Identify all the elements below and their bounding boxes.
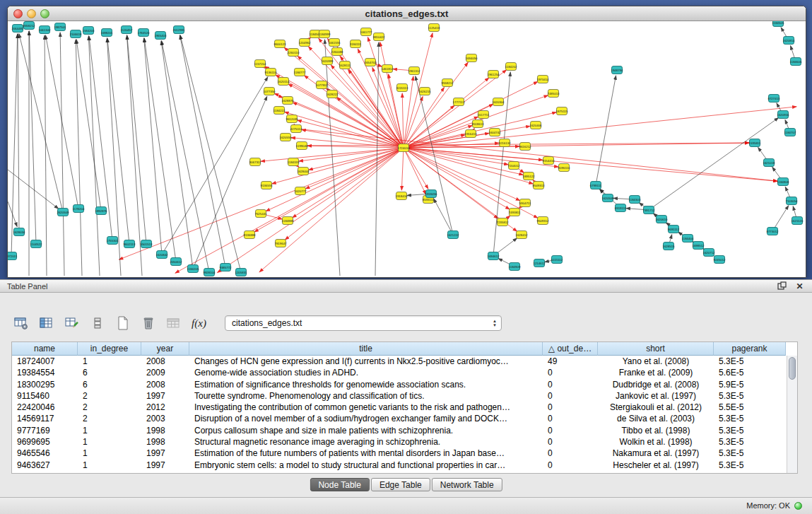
graph-node[interactable]: 1184111: [350, 40, 362, 48]
graph-node[interactable]: 7485013: [547, 90, 560, 98]
graph-node[interactable]: 1184777: [294, 69, 306, 76]
graph-edge[interactable]: [307, 146, 404, 148]
graph-node[interactable]: 2012981: [172, 26, 185, 34]
graph-node[interactable]: 8096110: [558, 164, 570, 172]
graph-node[interactable]: 5221112: [551, 256, 563, 264]
graph-edge[interactable]: [76, 40, 101, 211]
graph-edge[interactable]: [180, 35, 241, 272]
close-button[interactable]: [13, 9, 23, 18]
table-row[interactable]: 977716911998Corpus callosum shape and si…: [12, 425, 797, 436]
graph-node[interactable]: 1061777: [360, 28, 372, 36]
graph-node[interactable]: 1620304: [492, 98, 505, 106]
graph-edge[interactable]: [331, 65, 404, 148]
graph-node[interactable]: 1184333: [288, 158, 300, 166]
graph-node[interactable]: 1918410: [395, 192, 408, 200]
graph-edge[interactable]: [404, 148, 510, 209]
graph-node[interactable]: 1626215: [418, 88, 431, 95]
graph-node[interactable]: 3216132: [498, 139, 511, 147]
graph-node[interactable]: 1620712: [702, 249, 715, 257]
graph-node[interactable]: 1620999: [321, 57, 334, 65]
graph-node[interactable]: 2260088: [331, 48, 343, 56]
graph-edge[interactable]: [45, 35, 78, 209]
graph-node[interactable]: 3810422: [372, 33, 385, 41]
minimize-button[interactable]: [27, 9, 36, 18]
graph-edge[interactable]: [19, 34, 63, 212]
graph-node[interactable]: 1973414: [536, 76, 549, 83]
graph-node[interactable]: 1184303: [629, 196, 641, 204]
graph-edge[interactable]: [276, 75, 404, 148]
graph-node[interactable]: 9602113: [124, 240, 136, 248]
graph-node[interactable]: 2260110: [288, 49, 300, 57]
graph-edge[interactable]: [127, 35, 142, 276]
graph-node[interactable]: 1698512: [692, 242, 705, 250]
graph-node[interactable]: 7235812: [496, 218, 509, 226]
graph-node[interactable]: 1077350: [263, 88, 276, 95]
graph-node[interactable]: 1178204: [73, 205, 85, 213]
graph-edge[interactable]: [404, 107, 796, 148]
graph-node[interactable]: 1784520: [137, 29, 150, 37]
graph-node[interactable]: 1184202: [505, 63, 517, 71]
graph-node[interactable]: 1961312: [408, 67, 420, 75]
graph-node[interactable]: 1620610: [655, 216, 668, 223]
graph-node[interactable]: 1621120: [792, 217, 804, 225]
network-window-titlebar[interactable]: citations_edges.txt: [8, 6, 806, 21]
graph-node[interactable]: 1628870: [281, 97, 294, 105]
zoom-button[interactable]: [40, 9, 49, 18]
graph-node[interactable]: 1184999: [319, 30, 331, 38]
table-row[interactable]: 2242004622012Investigating the contribut…: [12, 402, 797, 413]
graph-edge[interactable]: [404, 148, 428, 189]
delete-table-icon[interactable]: [139, 315, 158, 332]
graph-node[interactable]: 9928104: [203, 269, 216, 276]
table-mode-icon[interactable]: [11, 315, 30, 332]
graph-node[interactable]: 1184909: [509, 263, 521, 271]
graph-node[interactable]: 1698201: [100, 29, 113, 37]
graph-node[interactable]: 9154410: [542, 157, 555, 165]
graph-node[interactable]: 9691112: [668, 226, 680, 233]
table-scrollbar-thumb[interactable]: [789, 357, 796, 380]
column-header-in_degree[interactable]: in_degree: [78, 342, 141, 356]
graph-edge[interactable]: [404, 148, 426, 194]
create-table-icon[interactable]: [113, 315, 132, 332]
row-height-icon[interactable]: [88, 315, 107, 332]
graph-node[interactable]: 1620508: [601, 194, 614, 202]
graph-node[interactable]: 1199046: [296, 142, 308, 150]
graph-node[interactable]: 1694050: [465, 54, 478, 62]
graph-node[interactable]: 9972011: [8, 252, 18, 260]
graph-node[interactable]: 3220113: [396, 84, 408, 92]
graph-node[interactable]: 1875115: [556, 107, 568, 115]
graph-edge[interactable]: [380, 42, 404, 148]
graph-node[interactable]: 1895122: [522, 173, 535, 180]
graph-edge[interactable]: [375, 42, 379, 276]
graph-node[interactable]: 8600123: [273, 40, 286, 48]
graph-node[interactable]: 1204962: [298, 39, 311, 47]
graph-edge[interactable]: [161, 41, 193, 269]
graph-edge[interactable]: [162, 41, 209, 272]
graph-node[interactable]: 1620406: [529, 122, 542, 129]
graph-node[interactable]: 1694612: [487, 252, 500, 260]
graph-node[interactable]: 7204012: [507, 162, 520, 170]
graph-node[interactable]: 2050612: [170, 258, 182, 266]
graph-node[interactable]: 1654702: [364, 59, 377, 66]
function-builder-icon[interactable]: f(x): [189, 315, 208, 332]
graph-node[interactable]: 1061555: [328, 39, 341, 47]
show-column-icon[interactable]: [37, 315, 56, 332]
graph-node[interactable]: 1965403: [154, 32, 167, 40]
graph-node[interactable]: 1628034: [13, 228, 25, 236]
graph-edge[interactable]: [293, 103, 404, 148]
graph-node[interactable]: 3067311: [249, 158, 261, 166]
table-row[interactable]: 1830029562008Estimation of significance …: [12, 379, 797, 390]
graph-node[interactable]: 1620114: [278, 78, 290, 86]
graph-edge[interactable]: [175, 148, 404, 273]
graph-node[interactable]: 2106618: [69, 30, 82, 38]
graph-node[interactable]: 1628515: [662, 243, 675, 250]
graph-node[interactable]: 1077911: [316, 81, 328, 89]
graph-node[interactable]: 9136888: [243, 231, 256, 239]
graph-node[interactable]: 1620555: [279, 134, 292, 141]
graph-node[interactable]: 1628111: [339, 62, 351, 69]
graph-edge[interactable]: [60, 33, 64, 276]
graph-edge[interactable]: [11, 34, 18, 256]
graph-edge[interactable]: [266, 148, 404, 211]
graph-node[interactable]: 1184404: [682, 235, 694, 243]
graph-edge[interactable]: [401, 148, 404, 190]
graph-node[interactable]: 4275112: [290, 125, 302, 133]
